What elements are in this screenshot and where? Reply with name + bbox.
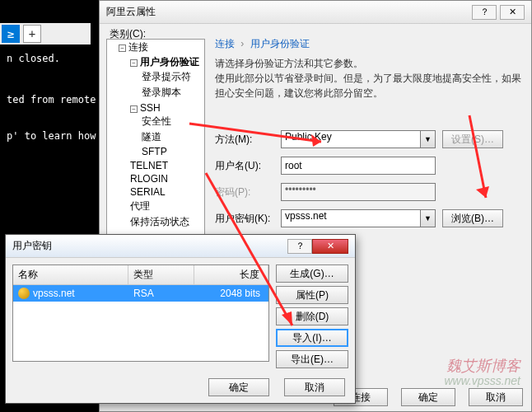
terminal-tabbar: ≥ + — [0, 23, 91, 44]
tree-ssh[interactable]: SSH — [140, 102, 161, 114]
breadcrumb-auth: 用户身份验证 — [250, 38, 310, 49]
userkey-dialog-title: 用户密钥 — [12, 239, 52, 253]
auth-description: 请选择身份验证方法和其它参数。 使用此部分以节省登录时间。但是，为了最大限度地提… — [215, 56, 525, 101]
listview-header: 名称 类型 长度 — [13, 265, 268, 285]
close-button[interactable]: ✕ — [500, 5, 525, 20]
key-icon — [18, 288, 30, 299]
tree-keepalive[interactable]: 保持活动状态 — [130, 216, 189, 227]
userkey-select[interactable]: vpsss.net — [281, 209, 421, 227]
watermark-sub: www.vpsss.net — [444, 375, 520, 387]
properties-footer: 连接 确定 取消 — [327, 388, 523, 406]
tree-login-script[interactable]: 登录脚本 — [142, 87, 181, 98]
tree-sftp[interactable]: SFTP — [142, 146, 167, 157]
key-ok-button[interactable]: 确定 — [208, 378, 269, 396]
tree-auth[interactable]: 用户身份验证 — [140, 56, 199, 68]
properties-titlebar: 阿里云属性 ？ ✕ — [100, 1, 531, 24]
help-button[interactable]: ？ — [287, 239, 312, 254]
help-button[interactable]: ？ — [472, 5, 497, 20]
watermark: 魏艾斯博客 www.vpsss.net — [444, 358, 520, 387]
userkey-label: 用户密钥(K): — [215, 212, 281, 226]
properties-title: 阿里云属性 — [106, 5, 156, 19]
browse-button[interactable]: 浏览(B)… — [442, 209, 503, 227]
cancel-button[interactable]: 取消 — [469, 388, 523, 406]
delete-button[interactable]: 删除(D) — [276, 307, 348, 325]
tree-proxy[interactable]: 代理 — [130, 200, 150, 212]
username-label: 用户名(U): — [215, 159, 281, 173]
key-row[interactable]: vpsss.net RSA 2048 bits — [13, 285, 268, 302]
auth-desc-line: 使用此部分以节省登录时间。但是，为了最大限度地提高安全性，如果担心安全问题，建议… — [215, 71, 525, 101]
tree-login-prompt[interactable]: 登录提示符 — [142, 71, 191, 82]
breadcrumb-conn[interactable]: 连接 — [215, 38, 235, 49]
col-name[interactable]: 名称 — [13, 265, 128, 284]
method-select[interactable]: Public Key — [281, 130, 421, 148]
watermark-main: 魏艾斯博客 — [444, 358, 520, 375]
method-dropdown-icon[interactable]: ▼ — [421, 130, 436, 148]
export-button[interactable]: 导出(E)… — [276, 350, 348, 368]
ok-button[interactable]: 确定 — [401, 388, 455, 406]
keyprops-button[interactable]: 属性(P) — [276, 286, 348, 304]
close-button[interactable]: ✕ — [312, 239, 348, 254]
auth-desc-line: 请选择身份验证方法和其它参数。 — [215, 56, 525, 71]
key-name: vpsss.net — [33, 288, 75, 299]
key-cancel-button[interactable]: 取消 — [284, 378, 345, 396]
terminal-tab-active[interactable]: ≥ — [2, 25, 20, 43]
tree-security[interactable]: 安全性 — [142, 115, 171, 127]
key-listview[interactable]: 名称 类型 长度 vpsss.net RSA 2048 bits — [12, 265, 269, 362]
key-length: 2048 bits — [194, 285, 268, 302]
userkey-dropdown-icon[interactable]: ▼ — [421, 209, 436, 227]
tree-rlogin[interactable]: RLOGIN — [130, 173, 168, 185]
userkey-dialog: 用户密钥 ？ ✕ 名称 类型 长度 vpsss.net RSA 2048 bit… — [5, 234, 356, 404]
breadcrumb: 连接 › 用户身份验证 — [215, 37, 525, 51]
col-type[interactable]: 类型 — [128, 265, 194, 284]
method-label: 方法(M): — [215, 133, 281, 147]
generate-button[interactable]: 生成(G)… — [276, 265, 348, 283]
password-input: ••••••••• — [281, 183, 436, 201]
category-tree[interactable]: −连接 −用户身份验证 登录提示符 登录脚本 −SSH 安全性 — [106, 39, 205, 253]
col-length[interactable]: 长度 — [194, 265, 268, 284]
tree-serial[interactable]: SERIAL — [130, 186, 166, 198]
password-label: 密码(P): — [215, 185, 281, 199]
key-type: RSA — [128, 285, 194, 302]
tree-connection[interactable]: 连接 — [128, 41, 148, 53]
tree-tunnel[interactable]: 隧道 — [142, 131, 161, 143]
username-input[interactable] — [281, 157, 436, 175]
settings-button[interactable]: 设置(S)… — [442, 130, 503, 148]
userkey-titlebar: 用户密钥 ？ ✕ — [6, 235, 355, 258]
terminal-tab-add[interactable]: + — [23, 25, 41, 43]
import-button[interactable]: 导入(I)… — [276, 329, 348, 347]
tree-telnet[interactable]: TELNET — [130, 160, 168, 171]
